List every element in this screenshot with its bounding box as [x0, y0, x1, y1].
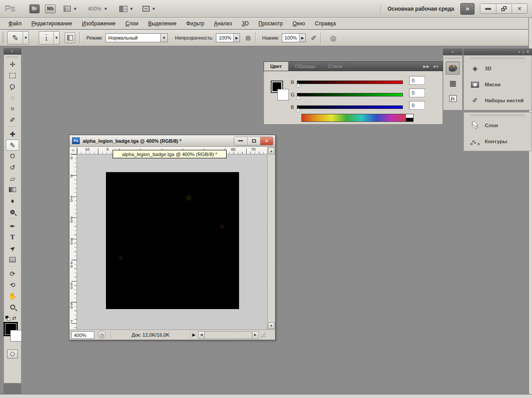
opacity-field[interactable]: 100% ▶ — [216, 33, 240, 42]
restore-button[interactable] — [496, 4, 512, 13]
doc-maximize-button[interactable] — [247, 137, 260, 145]
menu-file[interactable]: Файл — [4, 18, 27, 29]
move-tool[interactable]: ✛ — [6, 59, 19, 70]
green-value-field[interactable]: 0 — [409, 88, 425, 97]
workspace-switcher[interactable]: Основная рабочая среда — [387, 6, 454, 12]
collapse-panel-icon[interactable]: ▶▶ — [423, 64, 430, 68]
red-slider-thumb[interactable] — [296, 83, 301, 87]
panel-button-paths[interactable]: ∿ Контуры — [464, 133, 532, 149]
tab-swatches[interactable]: Образцы — [288, 62, 322, 71]
canvas-image[interactable] — [106, 172, 239, 309]
menu-filter[interactable]: Фильтр — [181, 18, 209, 29]
menu-select[interactable]: Выделение — [143, 18, 182, 29]
black-swatch[interactable] — [406, 118, 413, 121]
launch-bridge-button[interactable]: Br — [29, 4, 40, 13]
swap-colors-button[interactable]: ⇄ — [12, 315, 16, 321]
gradient-tool[interactable] — [6, 184, 19, 195]
horizontal-scrollbar[interactable]: ◀ ▶ — [198, 331, 259, 339]
swatches-panel-button[interactable]: ▦ — [446, 76, 460, 90]
crop-tool[interactable]: ⌗ — [6, 103, 19, 114]
menu-layers[interactable]: Слои — [121, 18, 143, 29]
path-selection-tool[interactable]: ➤ — [6, 243, 19, 254]
tab-styles[interactable]: Стили — [322, 62, 349, 71]
rectangle-tool[interactable] — [6, 254, 19, 265]
airbrush-icon[interactable]: ✐ — [311, 34, 317, 42]
red-value-field[interactable]: 0 — [409, 76, 425, 85]
history-brush-tool[interactable]: ↺ — [6, 162, 19, 173]
blue-value-field[interactable]: 0 — [409, 101, 425, 110]
dock-panel-header[interactable]: »|✕ — [463, 48, 532, 55]
grip-handle[interactable] — [7, 56, 18, 58]
toolbox-collapse-header[interactable]: » — [4, 48, 21, 55]
blue-slider[interactable] — [297, 105, 403, 109]
resize-grip[interactable] — [260, 331, 267, 339]
document-title-bar[interactable]: Ps alpha_legion_badge.tga @ 400% (RGB/8)… — [69, 135, 275, 147]
ruler-origin-corner[interactable]: ✛ — [69, 147, 77, 154]
tablet-opacity-icon[interactable]: ⊛ — [245, 34, 251, 42]
zoom-level-dropdown[interactable]: 400% ▼ — [88, 6, 108, 12]
arrange-documents-dropdown[interactable]: ▼ — [119, 6, 134, 12]
panel-menu-icon[interactable]: ▾≡ — [433, 64, 439, 69]
minimize-button[interactable] — [480, 4, 496, 13]
grip-handle[interactable] — [2, 32, 4, 44]
dodge-tool[interactable] — [6, 206, 19, 217]
eraser-tool[interactable]: ▱ — [6, 173, 19, 184]
red-slider[interactable] — [297, 80, 403, 84]
close-button[interactable]: ✕ — [512, 4, 527, 13]
view-extras-dropdown[interactable]: ▼ — [64, 6, 77, 12]
menu-image[interactable]: Изображение — [77, 18, 121, 29]
flow-field[interactable]: 100% ▶ — [282, 33, 306, 42]
dock-icon-strip-header[interactable]: » — [443, 48, 463, 55]
tab-color[interactable]: Цвет — [264, 62, 288, 71]
vertical-ruler[interactable]: 0 0 10 20 30 40 50 60 7 — [69, 154, 77, 330]
type-tool[interactable]: Т — [6, 232, 19, 243]
launch-mini-bridge-button[interactable]: Mb — [45, 4, 56, 13]
doc-close-button[interactable]: ✕ — [260, 137, 273, 145]
status-menu-arrow-icon[interactable]: ▶ — [192, 333, 195, 337]
scroll-left-icon[interactable]: ◀ — [199, 332, 205, 338]
3d-orbit-tool[interactable]: ⟲ — [6, 279, 19, 290]
panel-button-masks[interactable]: Маски — [464, 76, 532, 92]
scroll-right-icon[interactable]: ▶ — [252, 332, 258, 338]
grip-handle[interactable] — [471, 57, 525, 59]
clone-stamp-tool[interactable]: Ω — [6, 151, 19, 162]
menu-edit[interactable]: Редактирование — [27, 18, 77, 29]
green-slider-thumb[interactable] — [296, 96, 301, 99]
tool-preset-picker[interactable]: ✎ ▼ — [7, 31, 29, 44]
pen-tool[interactable]: ✒ — [6, 221, 19, 232]
hand-tool[interactable]: ✋ — [6, 290, 19, 302]
zoom-tool[interactable] — [6, 302, 19, 313]
canvas-area[interactable] — [77, 154, 267, 330]
close-dock-icon[interactable]: ✕ — [526, 50, 530, 54]
brush-tool[interactable]: ✎ — [6, 140, 19, 151]
color-spectrum-ramp[interactable] — [301, 114, 414, 122]
proof-preview-icon[interactable]: ◷ — [98, 331, 106, 339]
status-zoom-field[interactable]: 400% — [71, 331, 94, 339]
panel-button-3d[interactable]: ◈ 3D — [464, 60, 532, 76]
quick-selection-tool[interactable]: ◌ — [6, 92, 19, 103]
panel-button-layers[interactable]: Слои — [464, 117, 532, 133]
toggle-brushes-panel-button[interactable] — [65, 32, 75, 43]
background-color-swatch[interactable] — [10, 330, 22, 342]
eyedropper-tool[interactable]: ✐ — [6, 114, 19, 125]
panel-button-brush-presets[interactable]: ✐ Наборы кистей — [464, 92, 532, 109]
grip-handle[interactable] — [445, 57, 460, 59]
styles-panel-button[interactable]: fx — [446, 92, 460, 105]
menu-window[interactable]: Окно — [288, 18, 310, 29]
green-slider[interactable] — [297, 93, 403, 96]
menu-help[interactable]: Справка — [310, 18, 341, 29]
screen-mode-dropdown[interactable]: ▼ — [142, 6, 156, 12]
tablet-size-icon[interactable]: ◎ — [330, 34, 336, 42]
menu-view[interactable]: Просмотр — [254, 18, 288, 29]
scroll-up-icon[interactable]: ▲ — [268, 148, 275, 154]
color-panel-button[interactable] — [446, 61, 460, 75]
default-colors-button[interactable] — [5, 316, 10, 321]
menu-3d[interactable]: 3D — [237, 18, 253, 29]
white-swatch[interactable] — [406, 114, 413, 118]
background-color-swatch[interactable] — [277, 89, 289, 101]
blur-tool[interactable]: ♦ — [6, 195, 19, 206]
menu-analysis[interactable]: Анализ — [209, 18, 237, 29]
scroll-down-icon[interactable]: ▼ — [268, 322, 275, 329]
doc-minimize-button[interactable] — [234, 137, 247, 145]
3d-rotate-tool[interactable]: ⟳ — [6, 268, 19, 279]
